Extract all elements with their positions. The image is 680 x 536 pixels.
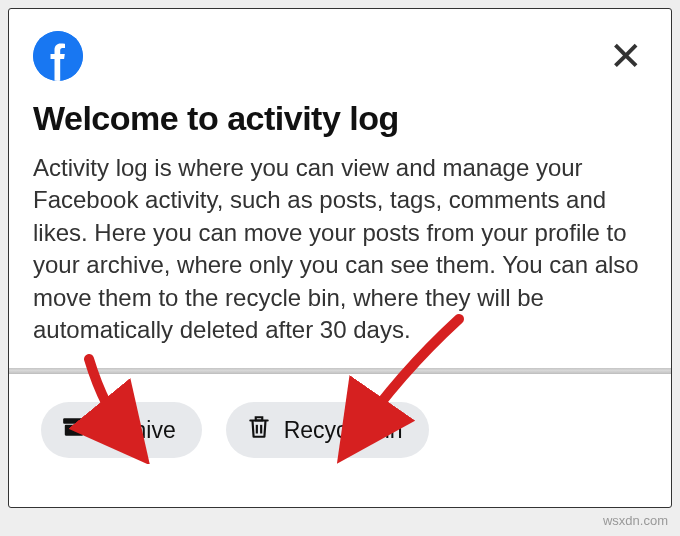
svg-rect-3 (71, 427, 76, 429)
dialog-description: Activity log is where you can view and m… (33, 152, 647, 346)
archive-label: Archive (99, 417, 176, 444)
divider (9, 368, 671, 374)
dialog-title: Welcome to activity log (33, 99, 647, 138)
svg-rect-1 (63, 419, 85, 424)
recycle-bin-label: Recycle bin (284, 417, 403, 444)
action-buttons: Archive Recycle bin (33, 402, 647, 458)
activity-log-welcome-dialog: ✕ Welcome to activity log Activity log i… (8, 8, 672, 508)
dialog-header: ✕ (33, 31, 647, 81)
archive-icon (61, 414, 87, 446)
archive-button[interactable]: Archive (41, 402, 202, 458)
trash-icon (246, 414, 272, 446)
svg-rect-2 (65, 425, 83, 436)
close-button[interactable]: ✕ (605, 32, 647, 80)
facebook-logo-icon (33, 31, 83, 81)
watermark: wsxdn.com (603, 513, 668, 528)
recycle-bin-button[interactable]: Recycle bin (226, 402, 429, 458)
